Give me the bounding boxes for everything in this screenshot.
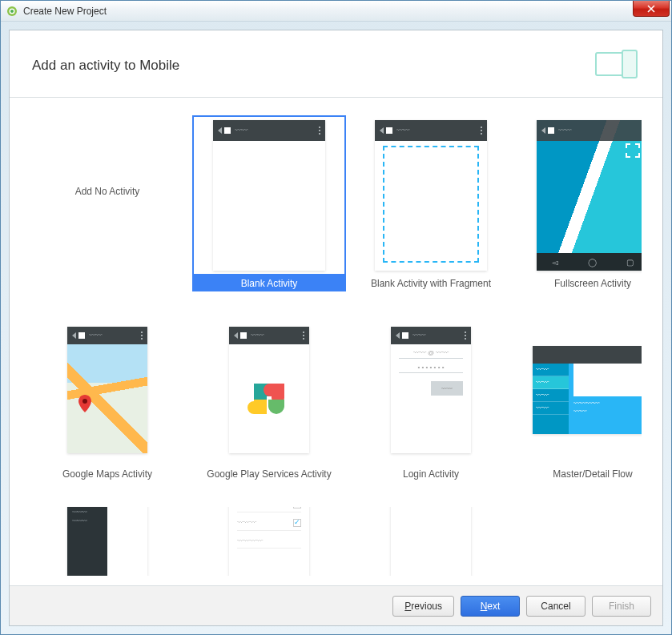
no-activity-label: Add No Activity [43,115,171,267]
header-panel: Add an activity to Mobile [10,30,662,98]
close-button[interactable] [633,1,670,17]
device-form-factor-icon [595,50,640,81]
cancel-button[interactable]: Cancel [526,596,585,617]
login-activity-thumb: 〰〰 〰〰 @ 〰〰 • • • • • • • 〰〰 [391,327,471,453]
dialog-window: Create New Project Add an activity to Mo… [0,0,672,635]
maps-activity-thumb: 〰〰 [67,327,147,453]
window-title: Create New Project [23,6,107,17]
content-area: Add an activity to Mobile Add No Activit… [9,30,663,626]
button-bar: Previous Next Cancel Finish [10,585,662,625]
previous-button[interactable]: Previous [392,596,454,617]
activity-tile-play[interactable]: 〰〰 Google Play Services Ac [192,314,346,490]
map-pin-icon [78,395,91,415]
next-button[interactable]: Next [461,596,520,617]
titlebar: Create New Project [1,1,671,22]
activity-tile-masterdetail[interactable]: 〰〰 〰〰 〰〰 〰〰 〰〰〰〰 〰〰 [516,314,642,490]
page-title: Add an activity to Mobile [32,58,179,74]
expand-icon [625,143,641,161]
settings-thumb: 〰〰 〰〰〰 〰〰〰 〰〰〰〰 [229,505,309,577]
activity-tile-maps[interactable]: 〰〰 Google Maps Activity [30,314,184,490]
tabbed-thumb: 〰〰 [391,505,471,577]
fullscreen-activity-thumb: 〰〰 ◅◯▢ [537,120,642,271]
tile-label: Blank Activity with Fragment [354,275,508,291]
activity-tile-login[interactable]: 〰〰 〰〰 @ 〰〰 • • • • • • • 〰〰 Login Activi… [354,314,508,490]
tile-label: Login Activity [354,466,508,482]
activity-tile-blank[interactable]: 〰〰 Blank Activity [192,115,346,299]
tile-label: Google Play Services Activity [192,466,346,482]
activity-tile-fullscreen[interactable]: 〰〰 ◅◯▢ Fullscreen Activity [516,115,642,299]
tile-label: Fullscreen Activity [516,275,642,291]
svg-rect-4 [622,50,637,78]
activity-tile-tabbed[interactable]: 〰〰 [354,505,508,585]
activity-grid-wrapper: Add No Activity 〰〰 Blank Activity [10,98,662,585]
tile-label: Blank Activity [192,275,346,291]
android-studio-icon [6,5,18,18]
finish-button[interactable]: Finish [592,596,651,617]
activity-tile-none[interactable]: Add No Activity [30,115,184,299]
masterdetail-thumb: 〰〰 〰〰 〰〰 〰〰 〰〰〰〰 〰〰 [533,346,642,434]
activity-tile-navdrawer[interactable]: 〰〰 〰〰〰 〰〰〰 〰〰〰 [30,505,184,585]
fragment-activity-thumb: 〰〰 [375,120,487,271]
activity-tile-fragment[interactable]: 〰〰 Blank Activity with Fragment [354,115,508,299]
tile-label: Master/Detail Flow [516,466,642,482]
svg-point-5 [82,399,87,404]
play-services-icon [246,376,292,422]
activity-tile-settings[interactable]: 〰〰 〰〰〰 〰〰〰 〰〰〰〰 [192,505,346,585]
tile-label: Google Maps Activity [30,466,184,482]
svg-point-2 [10,10,14,13]
activity-grid[interactable]: Add No Activity 〰〰 Blank Activity [30,115,642,585]
blank-activity-thumb: 〰〰 [213,120,325,271]
play-activity-thumb: 〰〰 [229,327,309,453]
navdrawer-thumb: 〰〰 〰〰〰 〰〰〰 〰〰〰 [67,505,147,577]
